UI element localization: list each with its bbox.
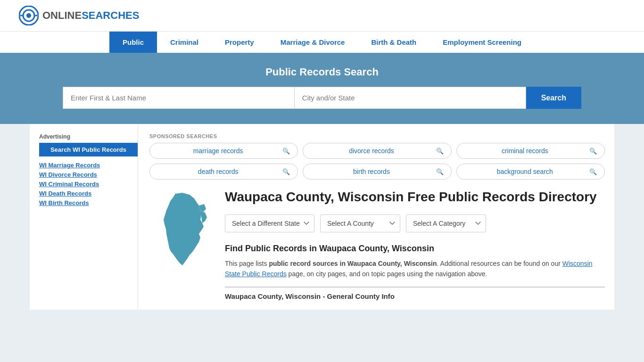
search-icon: 🔍 [436,148,444,155]
desc-part1: This page lists [225,260,269,267]
nav-public[interactable]: Public [109,32,157,53]
main-content: SPONSORED SEARCHES marriage records 🔍 di… [149,124,605,310]
nav-property[interactable]: Property [212,32,267,53]
nav-marriage-divorce[interactable]: Marriage & Divorce [267,32,358,53]
wi-death-link[interactable]: WI Death Records [39,190,91,197]
sponsored-grid: marriage records 🔍 divorce records 🔍 cri… [149,143,605,180]
logo-online-text: ONLINE [42,9,82,21]
sponsored-label: SPONSORED SEARCHES [149,133,605,139]
sponsored-item-death[interactable]: death records 🔍 [149,164,298,180]
wisconsin-map-svg [149,189,215,274]
search-button[interactable]: Search [526,87,581,109]
desc-bold: public record sources in Waupaca County,… [269,260,437,267]
state-map [149,189,215,275]
site-header: ONLINESEARCHES [0,0,644,31]
wi-birth-link[interactable]: WI Birth Records [39,199,89,206]
county-info: Waupaca County, Wisconsin Free Public Re… [225,189,605,300]
logo-icon [19,6,39,25]
county-dropdown[interactable]: Select A County [320,214,400,232]
search-icon: 🔍 [282,168,290,175]
sponsored-item-birth[interactable]: birth records 🔍 [303,164,451,180]
list-item: WI Marriage Records [39,161,138,169]
location-input[interactable] [294,87,526,109]
logo[interactable]: ONLINESEARCHES [19,6,139,25]
category-dropdown[interactable]: Select A Category [406,214,486,232]
main-nav: Public Criminal Property Marriage & Divo… [0,31,644,53]
list-item: WI Divorce Records [39,171,138,178]
search-banner: Public Records Search Search [0,53,644,124]
county-section: Waupaca County, Wisconsin Free Public Re… [149,189,605,300]
name-input[interactable] [63,87,294,109]
county-title: Waupaca County, Wisconsin Free Public Re… [225,189,605,205]
search-icon: 🔍 [589,148,597,155]
sponsored-item-background[interactable]: background search 🔍 [456,164,605,180]
list-item: WI Criminal Records [39,180,138,188]
sponsored-item-divorce[interactable]: divorce records 🔍 [303,143,451,159]
content-area: Advertising Search WI Public Records WI … [30,124,614,310]
list-item: WI Birth Records [39,199,138,206]
sidebar-links: WI Marriage Records WI Divorce Records W… [39,161,138,206]
nav-criminal[interactable]: Criminal [157,32,212,53]
nav-birth-death[interactable]: Birth & Death [358,32,429,53]
sponsored-item-marriage[interactable]: marriage records 🔍 [149,143,298,159]
advertising-label: Advertising [39,133,138,140]
wi-divorce-link[interactable]: WI Divorce Records [39,171,97,178]
wi-criminal-link[interactable]: WI Criminal Records [39,181,99,188]
search-icon: 🔍 [589,168,597,175]
state-dropdown[interactable]: Select a Different State [225,214,314,232]
find-records-title: Find Public Records in Waupaca County, W… [225,244,605,254]
search-icon: 🔍 [436,168,444,175]
find-records-desc: This page lists public record sources in… [225,258,605,280]
wi-marriage-link[interactable]: WI Marriage Records [39,162,100,169]
search-banner-title: Public Records Search [19,66,625,78]
desc-part2: . Additional resources can be found on o… [437,260,562,267]
sidebar-ad-button[interactable]: Search WI Public Records [39,143,138,156]
dropdowns-row: Select a Different State Select A County… [225,214,605,232]
desc-part3: page, on city pages, and on topic pages … [287,270,487,278]
search-icon: 🔍 [282,148,290,155]
nav-employment[interactable]: Employment Screening [429,32,535,53]
list-item: WI Death Records [39,189,138,197]
search-row: Search [63,87,581,109]
svg-point-2 [26,13,31,18]
general-info-header: Waupaca County, Wisconsin - General Coun… [225,287,605,300]
logo-searches-text: SEARCHES [82,9,139,21]
sponsored-item-criminal[interactable]: criminal records 🔍 [456,143,605,159]
sidebar: Advertising Search WI Public Records WI … [39,124,138,310]
